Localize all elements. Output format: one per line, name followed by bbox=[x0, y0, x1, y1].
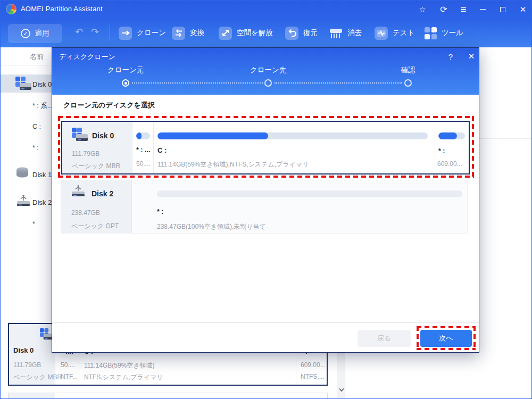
partition-bar bbox=[438, 132, 465, 139]
bottom-panel-cell3-top: 609.00... bbox=[301, 361, 326, 369]
bottom-panel-cell1-top: 50.... bbox=[61, 361, 75, 369]
disk2-partition-info: 238.47GB(100%空き領域),未割り当て bbox=[157, 222, 266, 231]
hdd-icon bbox=[72, 128, 88, 142]
dialog-header: ディスククローン ? ✕ クローン元 クローン先 確認 bbox=[52, 48, 479, 95]
minimize-button[interactable] bbox=[475, 1, 491, 18]
disk-row-disk0[interactable]: Disk 0 111.79GB ベーシック MBR * : ... 50....… bbox=[61, 121, 470, 174]
step-connector bbox=[132, 82, 263, 84]
step-connector bbox=[275, 82, 402, 84]
dialog-title: ディスククローン bbox=[59, 52, 115, 62]
disk0-info-cell: Disk 0 111.79GB ベーシック MBR bbox=[62, 122, 132, 173]
footer-divider bbox=[52, 322, 479, 323]
next-button[interactable]: 次へ bbox=[420, 330, 472, 347]
erase-icon bbox=[329, 27, 343, 40]
sidebar-item-disk0-label[interactable]: Disk 0 bbox=[32, 80, 52, 88]
minimize-icon bbox=[480, 9, 486, 10]
step-radio-target bbox=[264, 79, 272, 87]
disk0-name: Disk 0 bbox=[92, 131, 114, 140]
sidebar-item-sys-partition[interactable]: * : 系... bbox=[32, 102, 53, 111]
close-button[interactable]: ✕ bbox=[515, 1, 531, 18]
disk2-name: Disk 2 bbox=[92, 189, 113, 198]
sidebar-divider bbox=[1, 65, 52, 65]
app-title: AOMEI Partition Assistant bbox=[21, 5, 103, 13]
partition3-info: 609.00... bbox=[437, 160, 462, 168]
sidebar-item-disk2-label[interactable]: Disk 2 bbox=[32, 198, 52, 206]
partition1-label: * : ... bbox=[136, 146, 150, 154]
disk-row-disk2[interactable]: Disk 2 238.47GB ベーシック GPT * : 238.47GB(1… bbox=[61, 180, 468, 234]
disk2-info-cell: Disk 2 238.47GB ベーシック GPT bbox=[62, 180, 132, 233]
star-icon[interactable]: ☆ bbox=[414, 1, 430, 18]
disk-clone-dialog: ディスククローン ? ✕ クローン元 クローン先 確認 クローン元のディスクを選… bbox=[52, 47, 479, 353]
hdd-icon bbox=[15, 77, 31, 90]
toolbar-item-tools[interactable]: ツール bbox=[425, 23, 463, 43]
dialog-close-icon[interactable]: ✕ bbox=[465, 51, 478, 62]
maximize-icon bbox=[500, 7, 505, 12]
test-icon bbox=[375, 27, 388, 40]
disk0-size: 111.79GB bbox=[72, 150, 99, 157]
sidebar-item-c-partition[interactable]: C : bbox=[32, 123, 41, 130]
convert-icon bbox=[172, 27, 185, 40]
clone-icon bbox=[119, 27, 132, 40]
help-icon[interactable]: ? bbox=[444, 51, 457, 62]
undo-icon[interactable]: ↶ bbox=[75, 27, 83, 37]
sidebar-item-disk2-partition[interactable]: * bbox=[32, 220, 35, 228]
menu-icon[interactable]: ≡ bbox=[455, 1, 471, 18]
sidebar-item-star-partition[interactable]: * : bbox=[32, 144, 39, 152]
toolbar-item-erase[interactable]: 消去 bbox=[329, 23, 362, 43]
toolbar-divider bbox=[110, 25, 110, 41]
redo-icon[interactable]: ↷ bbox=[91, 27, 99, 37]
toolbar-item-restore[interactable]: 復元 bbox=[285, 23, 318, 43]
tools-icon bbox=[425, 27, 437, 39]
disk0-type: ベーシック MBR bbox=[72, 162, 120, 171]
step-label-source: クローン元 bbox=[107, 65, 144, 75]
apply-label: 適用 bbox=[35, 29, 49, 38]
partition2-label: C : bbox=[157, 146, 167, 154]
usb-disk-icon bbox=[70, 185, 86, 201]
back-button[interactable]: 戻る bbox=[358, 330, 411, 347]
app-window: 名前 Disk 0 * : 系... C : * : Disk 1 Disk 2… bbox=[0, 0, 532, 399]
bottom-panel-disk-info: Disk 0 111.79GB ベーシック MBR bbox=[9, 324, 55, 385]
toolbar-item-free-space[interactable]: 空間を解放 bbox=[219, 23, 273, 43]
bottom-panel-cell1-bottom: NTF... bbox=[61, 373, 78, 380]
toolbar-item-convert[interactable]: 変換 bbox=[172, 23, 204, 43]
main-area-row-divider bbox=[479, 138, 532, 139]
disk2-type: ベーシック GPT bbox=[71, 222, 119, 231]
step-label-target: クローン先 bbox=[250, 65, 286, 75]
free-space-icon bbox=[219, 27, 232, 40]
sync-icon[interactable]: ⟳ bbox=[436, 1, 452, 18]
bottom-panel-cell2-bottom: NTFS,システム,プライマリ bbox=[84, 373, 163, 382]
disk2-partition-label: * : bbox=[157, 208, 164, 215]
step-radio-confirm bbox=[404, 79, 412, 87]
usb-disk-icon bbox=[15, 194, 31, 210]
partition3-label: * : bbox=[438, 147, 445, 155]
toolbar: ✓ 適用 ↶ ↷ クローン 変換 空間を解放 bbox=[1, 18, 531, 47]
step-radio-source-active bbox=[122, 79, 129, 87]
partition1-info: 50.... bbox=[136, 160, 151, 168]
bottom-panel-disk-size: 111.79GB bbox=[13, 361, 41, 369]
bottom-panel-next-row[interactable] bbox=[8, 393, 328, 399]
apply-button[interactable]: ✓ 適用 bbox=[8, 24, 62, 43]
partition-bar bbox=[157, 190, 462, 197]
scroll-down-icon[interactable] bbox=[339, 388, 344, 392]
title-bar: AOMEI Partition Assistant ☆ ⟳ ≡ ✕ bbox=[1, 1, 531, 18]
section-label: クローン元のディスクを選択 bbox=[63, 101, 155, 110]
bottom-panel-cell2-top: 111.14GB(59%空き領域) bbox=[84, 361, 155, 370]
restore-icon bbox=[285, 27, 298, 40]
disk-stack-icon bbox=[15, 167, 30, 182]
toolbar-item-clone[interactable]: クローン bbox=[119, 23, 166, 43]
sidebar-item-disk1-label[interactable]: Disk 1 bbox=[32, 171, 52, 179]
check-icon: ✓ bbox=[21, 29, 30, 38]
maximize-button[interactable] bbox=[495, 1, 511, 18]
bottom-panel-disk-type: ベーシック MBR bbox=[13, 373, 62, 382]
toolbar-item-test[interactable]: テスト bbox=[375, 23, 414, 43]
app-logo-icon bbox=[6, 4, 16, 14]
partition-bar bbox=[136, 132, 150, 139]
step-label-confirm: 確認 bbox=[401, 65, 415, 75]
bottom-panel-disk-name: Disk 0 bbox=[13, 346, 34, 354]
partition-bar bbox=[157, 132, 428, 139]
bottom-panel-cell3-bottom: NTFS,... bbox=[301, 373, 325, 380]
sidebar-header-name: 名前 bbox=[30, 52, 44, 62]
disk2-size: 238.47GB bbox=[71, 209, 100, 217]
partition2-info: 111.14GB(59%空き領域),NTFS,システム,プライマリ bbox=[157, 160, 309, 169]
